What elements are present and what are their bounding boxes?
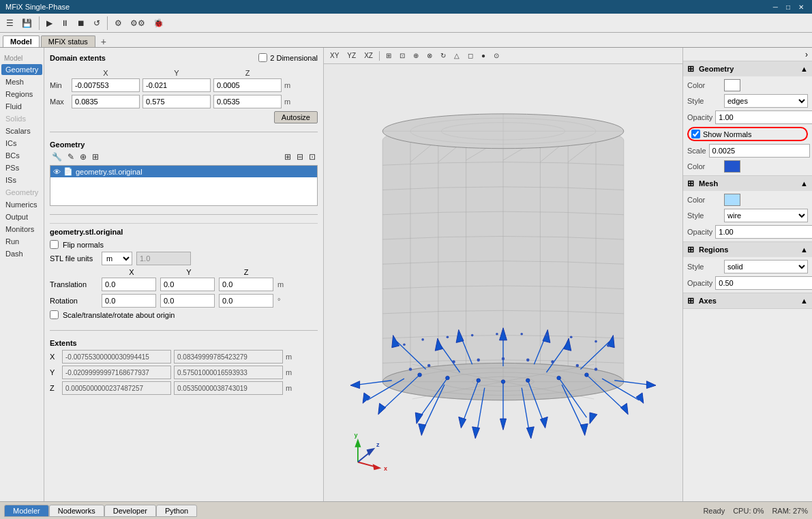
show-normals-checkbox[interactable] [691, 130, 700, 138]
vp-sq-button[interactable]: ◻ [464, 50, 477, 61]
sidebar-item-dash[interactable]: Dash [1, 248, 42, 259]
add-tab-button[interactable]: + [97, 36, 110, 47]
status-tab-developer[interactable]: Developer [104, 505, 156, 517]
rotation-y-input[interactable] [160, 294, 215, 308]
geo-export-button[interactable]: ⊟ [295, 151, 305, 162]
status-tab-nodeworks[interactable]: Nodeworks [49, 505, 104, 517]
tab-model[interactable]: Model [3, 35, 40, 47]
maximize-button[interactable]: □ [783, 3, 793, 11]
geo-eye-icon[interactable]: 👁 [53, 168, 61, 176]
rotation-x-input[interactable] [102, 294, 156, 308]
two-dimensional-checkbox[interactable] [258, 53, 267, 62]
geo-import-button[interactable]: ⊡ [307, 151, 318, 162]
reset-button[interactable]: ↺ [90, 16, 104, 30]
rp-geo-style-select[interactable]: edges surface wireframe [724, 94, 808, 108]
sidebar-item-ics[interactable]: ICs [1, 138, 42, 149]
svg-marker-41 [363, 393, 370, 403]
rp-geo-color-swatch[interactable] [724, 79, 740, 91]
view-xz-button[interactable]: XZ [361, 50, 376, 61]
sidebar-item-monitors[interactable]: Monitors [1, 224, 42, 235]
vp-tri-button[interactable]: △ [451, 50, 463, 61]
sidebar-item-iss[interactable]: ISs [1, 175, 42, 186]
geo-copy2-button[interactable]: ⊞ [282, 151, 293, 162]
vp-rotate-button[interactable]: ↻ [437, 50, 449, 61]
rp-regions-header[interactable]: ⊞ Regions ▲ [683, 242, 812, 257]
extents-y-unit: m [286, 368, 292, 376]
view-yz-button[interactable]: YZ [344, 50, 359, 61]
min-y-input[interactable] [142, 78, 211, 92]
rp-mesh-style-select[interactable]: wire surface edges [724, 209, 808, 222]
sidebar-item-pss[interactable]: PSs [1, 162, 42, 173]
rp-normals-color-swatch[interactable] [724, 160, 740, 173]
view-xy-button[interactable]: XY [327, 50, 342, 61]
sidebar-item-geometry[interactable]: Geometry [1, 64, 42, 75]
extents-x-label: X [50, 353, 59, 361]
vp-zoom-in-button[interactable]: ⊕ [410, 50, 422, 61]
status-tab-python[interactable]: Python [156, 505, 197, 517]
max-y-input[interactable] [142, 95, 211, 108]
rp-mesh-color-label: Color [687, 196, 721, 204]
stl-units-select[interactable]: m cm mm [102, 252, 132, 265]
scale-rotate-checkbox[interactable] [50, 310, 59, 319]
geo-union-button[interactable]: ⊕ [78, 151, 89, 162]
rp-regions-style-select[interactable]: solid wire edges [724, 260, 808, 273]
vp-target-button[interactable]: ⊙ [490, 50, 502, 61]
translation-y-input[interactable] [160, 278, 215, 291]
sidebar-item-bcs[interactable]: BCs [1, 150, 42, 161]
status-tab-modeler[interactable]: Modeler [4, 505, 49, 517]
options-button[interactable]: ⚙⚙ [127, 16, 149, 30]
vp-grid-button[interactable]: ⊞ [382, 50, 395, 61]
min-x-input[interactable] [72, 78, 140, 92]
rp-mesh-color-swatch[interactable] [724, 194, 740, 206]
viewport[interactable]: XY YZ XZ ⊞ ⊡ ⊕ ⊗ ↻ △ ◻ ● ⊙ [324, 48, 682, 501]
geo-add-button[interactable]: 🔧 [50, 151, 64, 162]
stop-button[interactable]: ⏹ [74, 16, 89, 30]
rp-scale-input[interactable] [709, 144, 810, 158]
max-z-input[interactable] [213, 95, 282, 108]
sidebar-item-run[interactable]: Run [1, 236, 42, 247]
normals-highlight: Show Normals [687, 127, 808, 141]
close-button[interactable]: ✕ [796, 3, 807, 11]
minimize-button[interactable]: ─ [770, 3, 781, 11]
pause-button[interactable]: ⏸ [57, 16, 72, 30]
settings-button[interactable]: ⚙ [111, 16, 125, 30]
rp-geo-opacity-input[interactable] [715, 110, 812, 124]
vp-zoom-out-button[interactable]: ⊗ [423, 50, 436, 61]
svg-point-58 [585, 373, 588, 376]
sidebar-item-solids: Solids [1, 113, 42, 124]
sidebar-item-numerics[interactable]: Numerics [1, 199, 42, 210]
translation-z-input[interactable] [219, 278, 273, 291]
rotation-z-input[interactable] [219, 294, 273, 308]
debug-button[interactable]: 🐞 [150, 16, 167, 30]
sidebar-item-output[interactable]: Output [1, 211, 42, 222]
min-z-input[interactable] [213, 78, 282, 92]
sidebar-item-mesh[interactable]: Mesh [1, 76, 42, 87]
geo-copy-button[interactable]: ⊞ [90, 151, 101, 162]
max-x-input[interactable] [72, 95, 140, 108]
play-button[interactable]: ▶ [43, 16, 56, 30]
svg-point-74 [427, 364, 431, 368]
flip-normals-checkbox[interactable] [50, 240, 59, 249]
rp-regions-opacity-input[interactable] [715, 276, 812, 290]
rp-mesh-header[interactable]: ⊞ Mesh ▲ [683, 176, 812, 191]
rp-geometry-header[interactable]: ⊞ Geometry ▲ [683, 61, 812, 76]
sidebar-item-regions[interactable]: Regions [1, 89, 42, 100]
geo-edit-button[interactable]: ✎ [65, 151, 76, 162]
geo-list-item-original[interactable]: 👁 📄 geometry.stl.original [50, 166, 317, 177]
right-panel-collapse-button[interactable]: › [683, 48, 812, 61]
save-button[interactable]: 💾 [18, 16, 35, 30]
extents-x-unit: m [286, 353, 292, 361]
sidebar-item-fluid[interactable]: Fluid [1, 101, 42, 112]
vp-zoom-fit-button[interactable]: ⊡ [396, 50, 408, 61]
autosize-button[interactable]: Autosize [274, 111, 318, 123]
vp-circ-button[interactable]: ● [478, 50, 489, 61]
viewport-3d[interactable]: x y z [324, 64, 682, 501]
rp-mesh-opacity-input[interactable] [715, 225, 812, 239]
tab-mfix-status[interactable]: MFiX status [41, 35, 95, 47]
rp-axes-header[interactable]: ⊞ Axes ▲ [683, 293, 812, 308]
translation-x-input[interactable] [102, 278, 156, 291]
svg-point-79 [551, 360, 554, 364]
menu-button[interactable]: ☰ [3, 16, 17, 30]
sidebar-item-scalars[interactable]: Scalars [1, 125, 42, 136]
svg-point-85 [471, 334, 474, 337]
